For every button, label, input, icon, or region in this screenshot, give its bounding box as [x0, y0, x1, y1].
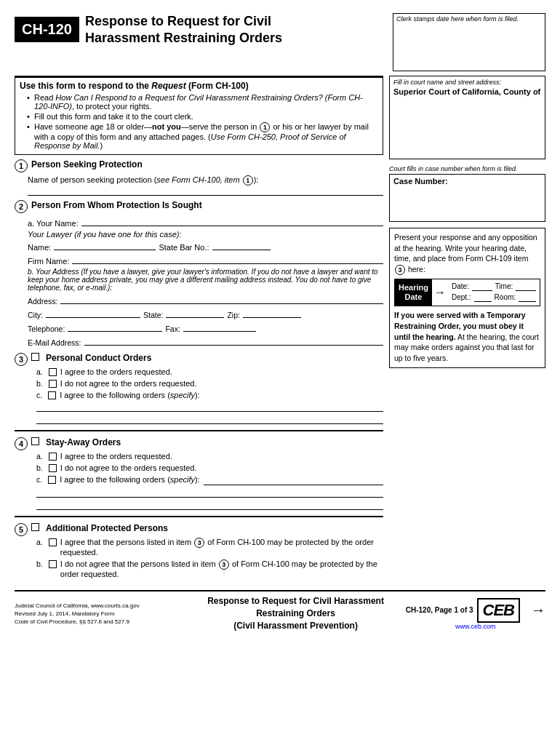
hearing-room-field[interactable] — [519, 292, 536, 302]
email-field[interactable] — [84, 335, 383, 346]
footer-left-line1: Judicial Council of California, www.cour… — [15, 602, 185, 610]
section4-c-checkbox[interactable] — [48, 476, 56, 484]
use-form-title: Use this form to respond to the Request … — [20, 81, 378, 91]
section5-a-letter: a. — [36, 538, 43, 546]
section1-number: 1 — [15, 159, 28, 172]
section4-item-c: c. I agree to the following orders (spec… — [36, 475, 383, 485]
room-label: Room: — [495, 293, 516, 301]
section3-checkbox-area — [31, 353, 43, 361]
email-label: E-Mail Address: — [28, 338, 81, 347]
section3-b-checkbox[interactable] — [49, 380, 57, 388]
section1-content: Name of person seeking protection (see F… — [28, 175, 383, 196]
section5-a-text: I agree that the persons listed in item … — [60, 538, 383, 557]
section4-b-text: I do not agree to the orders requested. — [60, 463, 197, 472]
section4-a-letter: a. — [36, 452, 43, 461]
state-field[interactable] — [166, 308, 224, 318]
person-seeking-name-field[interactable] — [28, 186, 383, 196]
form-id: CH-120 — [15, 17, 79, 42]
name-label: Name: — [28, 243, 51, 252]
section4-b-checkbox[interactable] — [49, 464, 57, 472]
hearing-date-field-row: Date: Time: — [452, 282, 536, 291]
footer-left: Judicial Council of California, www.cour… — [15, 602, 185, 626]
section4-title: Stay-Away Orders — [46, 437, 121, 447]
section1-header: 1 Person Seeking Protection — [15, 159, 383, 172]
page: CH-120 Response to Request for Civil Har… — [0, 0, 560, 745]
section3-a-checkbox[interactable] — [49, 368, 57, 376]
right-column: Fill in court name and street address: S… — [389, 76, 545, 581]
section4-a-checkbox[interactable] — [49, 453, 57, 461]
section4-header: 4 Stay-Away Orders — [15, 437, 383, 450]
section2-title: Person From Whom Protection Is Sought — [31, 200, 202, 210]
divider2 — [15, 516, 383, 517]
dept-label: Dept.: — [452, 293, 471, 301]
section2-number: 2 — [15, 200, 28, 213]
footer: Judicial Council of California, www.cour… — [15, 590, 545, 632]
section4-specify-line1[interactable] — [36, 488, 383, 498]
fax-label: Fax: — [165, 324, 180, 333]
section4-specify-area — [36, 488, 383, 510]
ceb-logo: CEB — [477, 598, 520, 623]
section5-item-b: b. I do not agree that the persons liste… — [36, 559, 383, 578]
footer-center-line3: (Civil Harassment Prevention) — [193, 620, 398, 632]
lawyer-label: Your Lawyer (if you have one for this ca… — [28, 230, 383, 239]
section3-c-text: I agree to the following orders (specify… — [60, 391, 200, 399]
firm-name-row: Firm Name: — [28, 254, 383, 266]
hearing-fields: Date: Time: Dept.: Room: — [448, 279, 540, 306]
hearing-badge-line2: Date — [405, 292, 423, 302]
section5-item-a: a. I agree that the persons listed in it… — [36, 538, 383, 557]
section3-checkbox[interactable] — [31, 353, 39, 361]
section3-specify-area — [36, 402, 383, 424]
use-form-box: Use this form to respond to the Request … — [15, 76, 383, 155]
your-name-field[interactable] — [81, 216, 383, 226]
court-name-label: Fill in court name and street address: — [393, 79, 541, 86]
section5-checkbox[interactable] — [31, 523, 39, 531]
section3-specify-line2[interactable] — [36, 415, 383, 424]
court-name-box: Fill in court name and street address: S… — [389, 76, 545, 159]
section3-c-checkbox[interactable] — [48, 391, 56, 399]
section5-b-checkbox[interactable] — [49, 560, 57, 568]
section3-item-c: c. I agree to the following orders (spec… — [36, 391, 383, 399]
telephone-field[interactable] — [68, 322, 162, 332]
footer-page-info: CH-120, Page 1 of 3 — [406, 606, 473, 614]
hearing-badge-line1: Hearing — [399, 283, 428, 292]
court-name-space — [393, 124, 541, 156]
section3-c-letter: c. — [36, 391, 42, 399]
state-bar-field[interactable] — [212, 240, 271, 250]
hearing-response-text: Present your response and any opposition… — [394, 232, 540, 275]
firm-name-field[interactable] — [72, 254, 383, 264]
section4-specify-line2[interactable] — [36, 501, 383, 510]
section4-item-a: a. I agree to the orders requested. — [36, 452, 383, 461]
section1-title: Person Seeking Protection — [31, 159, 143, 170]
section5-a-checkbox[interactable] — [49, 538, 57, 546]
address-instruction: b. Your Address (If you have a lawyer, g… — [28, 268, 383, 292]
email-row: E-Mail Address: — [28, 335, 383, 347]
section2-header: 2 Person From Whom Protection Is Sought — [15, 200, 383, 213]
hearing-date-field[interactable] — [472, 282, 492, 291]
hearing-arrow: → — [432, 279, 448, 306]
footer-right: CH-120, Page 1 of 3 CEB → www.ceb.com — [406, 598, 545, 630]
hearing-dept-field[interactable] — [474, 292, 492, 302]
hearing-dept-field-row: Dept.: Room: — [452, 292, 536, 302]
telephone-label: Telephone: — [28, 324, 65, 333]
zip-field[interactable] — [243, 308, 301, 318]
address-field[interactable] — [60, 294, 383, 304]
city-field[interactable] — [46, 308, 140, 318]
your-name-label: a. Your Name: — [28, 219, 79, 228]
section4-c-specify-inline[interactable] — [204, 475, 383, 485]
main-content: Use this form to respond to the Request … — [15, 76, 545, 581]
fax-field[interactable] — [183, 322, 256, 332]
section4-checkbox[interactable] — [31, 437, 39, 445]
state-bar-label: State Bar No.: — [159, 243, 209, 252]
section2-content: a. Your Name: Your Lawyer (if you have o… — [28, 216, 383, 292]
lawyer-name-field[interactable] — [54, 240, 156, 250]
case-number-space — [393, 199, 541, 219]
section3-specify-line1[interactable] — [36, 402, 383, 412]
clerk-stamp-area: Clerk stamps date here when form is file… — [393, 13, 545, 71]
section1-label: Name of person seeking protection (see F… — [28, 175, 258, 184]
section4-number: 4 — [15, 437, 28, 450]
section3-b-letter: b. — [36, 379, 43, 388]
phone-fax-row: Telephone: Fax: — [28, 322, 383, 333]
footer-center: Response to Request for Civil Harassment… — [193, 595, 398, 632]
section5-number: 5 — [15, 523, 28, 536]
hearing-time-field[interactable] — [516, 282, 536, 291]
